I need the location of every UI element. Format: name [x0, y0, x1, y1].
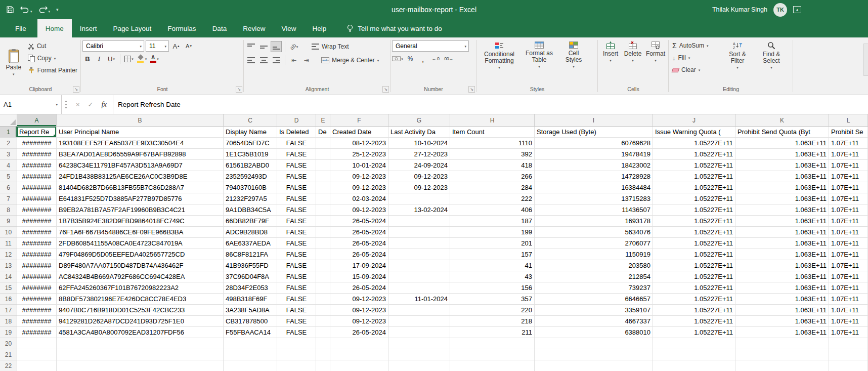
cell-A4[interactable]: ########	[17, 160, 57, 171]
customize-qat-button[interactable]: ▾	[56, 8, 59, 12]
cell-A5[interactable]: ########	[17, 171, 57, 182]
cell-I1[interactable]: Storage Used (Byte)	[535, 127, 653, 138]
cell-E19[interactable]	[316, 327, 330, 338]
tab-home[interactable]: Home	[37, 19, 72, 37]
copy-button[interactable]: Copy ▾	[26, 52, 79, 64]
cell-L11[interactable]: 1.07E+11	[829, 238, 868, 249]
cell-K20[interactable]	[735, 338, 829, 349]
column-header-C[interactable]: C	[224, 114, 277, 126]
comma-style-button[interactable]: ,	[417, 53, 428, 64]
cell-K13[interactable]: 1.063E+11	[735, 260, 829, 271]
cell-J16[interactable]: 1.05227E+11	[653, 294, 735, 305]
cell-L16[interactable]: 1.07E+11	[829, 294, 868, 305]
cell-C20[interactable]	[224, 338, 277, 349]
cell-B10[interactable]: 76F1A6F667B454886CE6F09FE966B3BA	[57, 227, 224, 238]
cell-D11[interactable]: FALSE	[277, 238, 316, 249]
ribbon-display-options-icon[interactable]: ▴	[793, 6, 801, 13]
row-header-21[interactable]: 21	[0, 349, 17, 360]
middle-align-button[interactable]	[258, 41, 269, 52]
cell-A3[interactable]: ########	[17, 149, 57, 160]
clipboard-dialog-launcher[interactable]: ↘	[73, 86, 79, 93]
cell-B4[interactable]: 64238C34E11791BF457A3D513A9A69D7	[57, 160, 224, 171]
cell-G8[interactable]: 13-02-2024	[388, 204, 450, 216]
copy-dropdown-icon[interactable]: ▾	[54, 57, 56, 60]
cell-K4[interactable]: 1.063E+11	[735, 160, 829, 171]
bold-button[interactable]: B	[82, 53, 93, 64]
find-select-dropdown-icon[interactable]: ▾	[770, 66, 772, 69]
cell-F20[interactable]	[330, 338, 388, 349]
cell-D21[interactable]	[277, 349, 316, 360]
cell-A20[interactable]	[17, 338, 57, 349]
cell-A12[interactable]: ########	[17, 249, 57, 260]
cell-C16[interactable]: 498B318F69F	[224, 294, 277, 305]
align-right-button[interactable]	[271, 55, 282, 66]
cell-C18[interactable]: CB317878500	[224, 316, 277, 327]
row-header-22[interactable]: 22	[0, 360, 17, 371]
row-header-1[interactable]: 1	[0, 127, 17, 138]
cell-L7[interactable]: 1.07E+11	[829, 193, 868, 204]
cell-F17[interactable]: 09-12-2023	[330, 305, 388, 316]
cell-B9[interactable]: 1B7B35B924E382D9FBD9864018FC749C	[57, 216, 224, 227]
accounting-format-button[interactable]: ▾	[392, 53, 403, 64]
paste-button[interactable]: Paste ▾	[2, 39, 26, 85]
increase-indent-button[interactable]: ⇥	[301, 55, 312, 66]
cell-L15[interactable]: 1.07E+11	[829, 282, 868, 294]
format-painter-button[interactable]: Format Painter	[26, 64, 79, 76]
cell-I15[interactable]: 739237	[535, 282, 653, 294]
cell-K18[interactable]: 1.063E+11	[735, 316, 829, 327]
cell-E21[interactable]	[316, 349, 330, 360]
cell-F15[interactable]: 26-05-2024	[330, 282, 388, 294]
font-color-button[interactable]: A▾	[149, 53, 160, 64]
row-header-6[interactable]: 6	[0, 182, 17, 193]
cell-D12[interactable]: FALSE	[277, 249, 316, 260]
cell-J22[interactable]	[653, 360, 735, 371]
cell-J6[interactable]: 1.05227E+11	[653, 182, 735, 193]
font-size-select[interactable]: 11▾	[146, 40, 169, 52]
cell-B8[interactable]: B9EB2A781B7A57F2AF19960B9B3C4C21	[57, 204, 224, 216]
column-header-L[interactable]: L	[829, 114, 868, 126]
cell-G14[interactable]	[388, 271, 450, 282]
row-header-13[interactable]: 13	[0, 260, 17, 271]
cell-B12[interactable]: 479F04869D5D05EEFEDA4025657725CD	[57, 249, 224, 260]
column-header-E[interactable]: E	[316, 114, 330, 126]
column-header-J[interactable]: J	[653, 114, 735, 126]
top-align-button[interactable]	[245, 41, 256, 52]
cell-L10[interactable]: 1.07E+11	[829, 227, 868, 238]
row-header-12[interactable]: 12	[0, 249, 17, 260]
cell-B15[interactable]: 62FFA245260367F101B76720982223A2	[57, 282, 224, 294]
cell-E7[interactable]	[316, 193, 330, 204]
save-button[interactable]	[6, 6, 14, 14]
row-header-18[interactable]: 18	[0, 316, 17, 327]
row-header-19[interactable]: 19	[0, 327, 17, 338]
cell-I6[interactable]: 16384484	[535, 182, 653, 193]
number-format-select[interactable]: General▾	[392, 40, 469, 52]
cell-E14[interactable]	[316, 271, 330, 282]
cell-J2[interactable]: 1.05227E+11	[653, 138, 735, 149]
cell-styles-button[interactable]: Cell Styles ▾	[558, 39, 589, 85]
row-header-9[interactable]: 9	[0, 216, 17, 227]
cell-G9[interactable]	[388, 216, 450, 227]
row-header-5[interactable]: 5	[0, 171, 17, 182]
tab-formulas[interactable]: Formulas	[159, 19, 204, 37]
cell-E4[interactable]	[316, 160, 330, 171]
cell-F12[interactable]: 26-05-2024	[330, 249, 388, 260]
cell-L8[interactable]: 1.07E+11	[829, 204, 868, 216]
column-header-D[interactable]: D	[277, 114, 316, 126]
decrease-indent-button[interactable]: ⇤	[288, 55, 299, 66]
cell-F10[interactable]: 26-05-2024	[330, 227, 388, 238]
cell-E2[interactable]	[316, 138, 330, 149]
merge-center-dropdown-icon[interactable]: ▾	[377, 59, 379, 62]
cell-B16[interactable]: 8B8DF573802196E7E426DC8CC78E4ED3	[57, 294, 224, 305]
cell-G13[interactable]	[388, 260, 450, 271]
tab-insert[interactable]: Insert	[72, 19, 105, 37]
cell-I21[interactable]	[535, 349, 653, 360]
cell-I9[interactable]: 1693178	[535, 216, 653, 227]
tab-review[interactable]: Review	[235, 19, 273, 37]
cell-I13[interactable]: 203580	[535, 260, 653, 271]
tell-me-box[interactable]: Tell me what you want to do	[346, 19, 442, 37]
cell-I3[interactable]: 19478419	[535, 149, 653, 160]
cell-G5[interactable]: 09-12-2023	[388, 171, 450, 182]
format-cells-button[interactable]: Format ▾	[644, 39, 667, 85]
cell-F4[interactable]: 10-01-2024	[330, 160, 388, 171]
cell-J3[interactable]: 1.05227E+11	[653, 149, 735, 160]
